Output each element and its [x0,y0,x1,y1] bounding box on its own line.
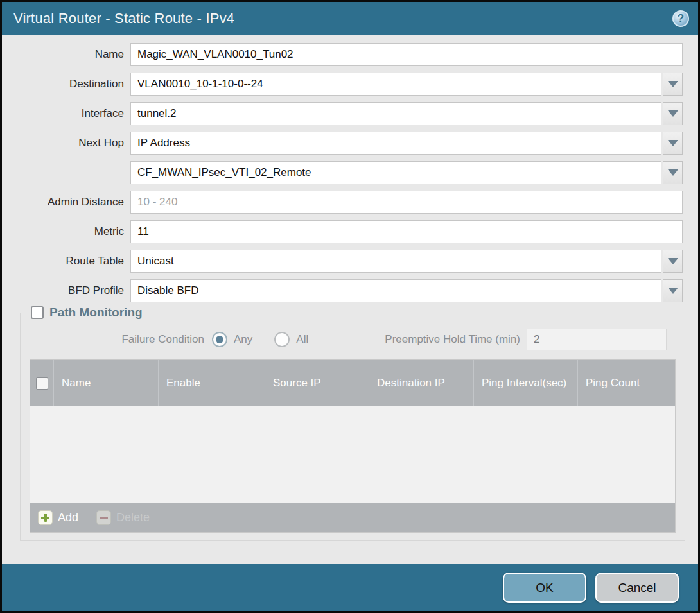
path-monitoring-checkbox[interactable] [31,306,44,319]
next-hop-address-input[interactable] [130,161,661,184]
next-hop-address-row [2,161,683,184]
preemptive-hold-time-input [527,329,667,350]
name-input[interactable] [130,43,683,66]
column-header-name: Name [54,360,159,406]
static-route-dialog: Virtual Router - Static Route - IPv4 ? N… [0,0,700,613]
chevron-down-icon [668,288,678,294]
minus-icon [96,510,111,525]
interface-input[interactable] [130,102,661,125]
column-header-ping-count: Ping Count [578,360,675,406]
dialog-footer: OK Cancel [2,564,698,611]
route-table-row: Route Table [2,250,683,273]
plus-icon [38,510,53,525]
chevron-down-icon [668,110,678,117]
preemptive-hold-time-label: Preemptive Hold Time (min) [385,333,527,346]
destination-input[interactable] [130,73,661,96]
path-monitoring-title: Path Monitoring [49,306,143,320]
next-hop-type-input[interactable] [130,132,661,155]
column-header-enable: Enable [159,360,265,406]
route-table-label: Route Table [2,255,130,268]
chevron-down-icon [668,258,678,264]
admin-distance-label: Admin Distance [2,196,130,209]
dialog-title: Virtual Router - Static Route - IPv4 [13,10,234,27]
path-monitoring-table: Name Enable Source IP Destination IP Pin… [30,359,676,533]
bfd-profile-row: BFD Profile [2,279,683,302]
interface-label: Interface [2,107,130,120]
table-footer: Add Delete [30,503,675,532]
delete-button: Delete [96,510,150,525]
ok-button[interactable]: OK [503,573,586,603]
cancel-button[interactable]: Cancel [595,573,679,603]
table-body-empty [30,406,675,503]
metric-input[interactable] [130,220,683,243]
column-header-source-ip: Source IP [265,360,369,406]
select-all-checkbox[interactable] [36,377,48,390]
failure-condition-label: Failure Condition [26,333,212,346]
admin-distance-row: Admin Distance [2,191,683,214]
name-label: Name [2,48,130,61]
column-header-ping-interval: Ping Interval(sec) [474,360,578,406]
failure-condition-row: Failure Condition Any All Preemptive Hol… [26,329,667,350]
bfd-profile-label: BFD Profile [2,284,130,297]
destination-row: Destination [2,73,683,96]
route-table-input[interactable] [130,250,661,273]
add-button[interactable]: Add [38,510,78,525]
failure-condition-all-radio: All [274,332,308,347]
failure-condition-any-radio: Any [212,332,252,347]
help-icon[interactable]: ? [672,10,689,27]
destination-label: Destination [2,78,130,91]
bfd-profile-dropdown-button[interactable] [663,279,683,302]
bfd-profile-input[interactable] [130,279,661,302]
metric-row: Metric [2,220,683,243]
dialog-content: Name Destination Interface [2,35,698,564]
interface-dropdown-button[interactable] [663,102,683,125]
table-header: Name Enable Source IP Destination IP Pin… [30,360,675,406]
radio-icon [274,332,290,347]
chevron-down-icon [668,169,678,176]
route-table-dropdown-button[interactable] [663,250,683,273]
radio-icon [212,332,227,347]
chevron-down-icon [668,140,678,146]
column-header-destination-ip: Destination IP [369,360,474,406]
next-hop-address-dropdown-button[interactable] [663,161,683,184]
next-hop-row: Next Hop [2,132,683,155]
interface-row: Interface [2,102,683,125]
next-hop-type-dropdown-button[interactable] [663,132,683,155]
admin-distance-input[interactable] [130,191,683,214]
chevron-down-icon [668,81,678,87]
path-monitoring-section: Path Monitoring Failure Condition Any Al… [20,313,685,541]
dialog-titlebar: Virtual Router - Static Route - IPv4 ? [2,2,698,35]
metric-label: Metric [2,225,130,238]
next-hop-label: Next Hop [2,137,130,150]
name-row: Name [2,43,683,66]
destination-dropdown-button[interactable] [663,73,683,96]
